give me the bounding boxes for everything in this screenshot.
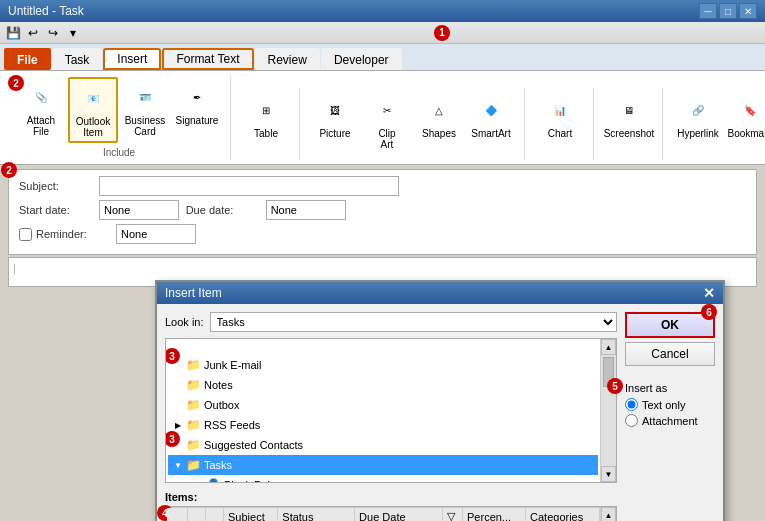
ribbon-tabs: File Task Insert Format Text Review Deve…: [0, 44, 765, 70]
close-button[interactable]: ✕: [739, 3, 757, 19]
black-bob-expander[interactable]: ▶: [192, 481, 204, 484]
hyperlink-button[interactable]: 🔗 Hyperlink: [673, 90, 723, 143]
table-scroll-up[interactable]: ▲: [601, 507, 616, 521]
tree-item-tasks[interactable]: ▼ 📁 Tasks: [168, 455, 598, 475]
shapes-button[interactable]: △ Shapes: [414, 90, 464, 143]
tasks-label: Tasks: [204, 459, 232, 471]
tab-review[interactable]: Review: [255, 48, 320, 70]
col-sort[interactable]: ▽: [442, 508, 462, 522]
notes-label: Notes: [204, 379, 233, 391]
tab-task[interactable]: Task: [52, 48, 103, 70]
ribbon-content: 2 📎 AttachFile 📧 OutlookItem 🪪 BusinessC…: [0, 70, 765, 164]
tree-item-outbox[interactable]: 📁 Outbox: [168, 395, 598, 415]
col-status[interactable]: Status: [278, 508, 355, 522]
dialog-close-button[interactable]: ✕: [703, 285, 715, 301]
callout-1: 1: [434, 25, 450, 41]
suggested-contacts-icon: 📁: [185, 437, 201, 453]
tree-item-rss[interactable]: ▶ 📁 RSS Feeds: [168, 415, 598, 435]
ribbon-group-include: 2 📎 AttachFile 📧 OutlookItem 🪪 BusinessC…: [8, 75, 231, 160]
table-icon: ⊞: [250, 94, 282, 126]
reminder-checkbox[interactable]: [19, 228, 32, 241]
tab-insert[interactable]: Insert: [103, 48, 161, 70]
undo-qat-button[interactable]: ↩: [24, 24, 42, 42]
text-only-radio-row: Text only: [625, 398, 715, 411]
suggested-contacts-label: Suggested Contacts: [204, 439, 303, 451]
tab-format-text[interactable]: Format Text: [162, 48, 253, 70]
ribbon-group-illustrations: 🖼 Picture ✂ ClipArt △ Shapes 🔷 SmartArt: [302, 88, 525, 160]
tree-item-suggested-contacts[interactable]: 3 📁 Suggested Contacts: [168, 435, 598, 455]
tab-file[interactable]: File: [4, 48, 51, 70]
col-due-date[interactable]: Due Date: [355, 508, 443, 522]
text-only-label: Text only: [642, 399, 685, 411]
black-bob-icon: 👤: [205, 477, 221, 483]
bookmark-icon: 🔖: [734, 94, 765, 126]
business-card-button[interactable]: 🪪 BusinessCard: [120, 77, 170, 141]
subject-label: Subject:: [19, 180, 99, 192]
smartart-icon: 🔷: [475, 94, 507, 126]
callout-6: 6: [701, 304, 717, 320]
bookmark-button[interactable]: 🔖 Bookmark: [725, 90, 765, 143]
dialog-title-label: Insert Item: [165, 286, 222, 300]
due-date-input[interactable]: [266, 200, 346, 220]
screenshot-button[interactable]: 🖥 Screenshot: [604, 90, 654, 143]
cancel-button[interactable]: Cancel: [625, 342, 715, 366]
signature-icon: ✒: [181, 81, 213, 113]
save-qat-button[interactable]: 💾: [4, 24, 22, 42]
hyperlink-label: Hyperlink: [677, 128, 719, 139]
clipart-icon: ✂: [371, 94, 403, 126]
tree-scroll-up[interactable]: ▲: [601, 339, 616, 355]
maximize-button[interactable]: □: [719, 3, 737, 19]
dialog-main-row: Look in: Tasks 3: [165, 312, 715, 521]
callout-3-mark: 3: [165, 431, 180, 447]
attach-file-button[interactable]: 📎 AttachFile: [16, 77, 66, 141]
chart-button[interactable]: 📊 Chart: [535, 90, 585, 143]
signature-button[interactable]: ✒ Signature: [172, 77, 222, 130]
table-button[interactable]: ⊞ Table: [241, 90, 291, 143]
smartart-label: SmartArt: [471, 128, 510, 139]
subject-input[interactable]: [99, 176, 399, 196]
start-date-row: Start date: Due date:: [19, 200, 746, 220]
col-categories[interactable]: Categories: [526, 508, 600, 522]
start-date-input[interactable]: [99, 200, 179, 220]
col-icon1: [167, 508, 188, 522]
dialog-right-panel: 6 OK Cancel 5 Insert as Text only: [625, 312, 715, 521]
rss-expander[interactable]: ▶: [172, 421, 184, 430]
dialog-left-panel: Look in: Tasks 3: [165, 312, 617, 521]
look-in-select[interactable]: Tasks: [210, 312, 617, 332]
tree-scroll-down[interactable]: ▼: [601, 466, 616, 482]
reminder-label: Reminder:: [36, 228, 116, 240]
picture-button[interactable]: 🖼 Picture: [310, 90, 360, 143]
smartart-button[interactable]: 🔷 SmartArt: [466, 90, 516, 143]
items-scroll-area: Subject Status Due Date ▽ Percen... Cate…: [166, 507, 600, 521]
black-bob-label: Black Bob: [224, 479, 274, 483]
insert-item-dialog: Insert Item ✕ Look in: Tasks: [155, 280, 725, 521]
tree-item-notes[interactable]: 📁 Notes: [168, 375, 598, 395]
screenshot-icon: 🖥: [613, 94, 645, 126]
tree-item-black-bob[interactable]: ▶ 👤 Black Bob: [168, 475, 598, 483]
reminder-input[interactable]: [116, 224, 196, 244]
outlook-item-label: OutlookItem: [76, 116, 110, 138]
ribbon-group-links: 🔗 Hyperlink 🔖 Bookmark: [665, 88, 765, 160]
tree-item-junk[interactable]: 📁 Junk E-mail: [168, 355, 598, 375]
redo-qat-button[interactable]: ↪: [44, 24, 62, 42]
attachment-radio[interactable]: [625, 414, 638, 427]
tree-container: 3 📁 Junk E-mail 📁 Notes: [165, 338, 617, 483]
links-buttons: 🔗 Hyperlink 🔖 Bookmark: [673, 90, 765, 143]
clipart-button[interactable]: ✂ ClipArt: [362, 90, 412, 154]
col-percent[interactable]: Percen...: [463, 508, 526, 522]
tab-developer[interactable]: Developer: [321, 48, 402, 70]
shapes-label: Shapes: [422, 128, 456, 139]
task-form: Subject: Start date: Due date: Reminder:…: [8, 169, 757, 255]
table-scrollbar: ▲ ▼: [600, 507, 616, 521]
outlook-item-button[interactable]: 📧 OutlookItem: [68, 77, 118, 143]
qat-dropdown-button[interactable]: ▾: [64, 24, 82, 42]
attach-file-icon: 📎: [25, 81, 57, 113]
minimize-button[interactable]: ─: [699, 3, 717, 19]
chart-label: Chart: [548, 128, 572, 139]
dialog-title-bar: Insert Item ✕: [157, 282, 723, 304]
attachment-label: Attachment: [642, 415, 698, 427]
text-only-radio[interactable]: [625, 398, 638, 411]
tasks-expander[interactable]: ▼: [172, 461, 184, 470]
col-subject[interactable]: Subject: [224, 508, 278, 522]
look-in-label: Look in:: [165, 316, 204, 328]
